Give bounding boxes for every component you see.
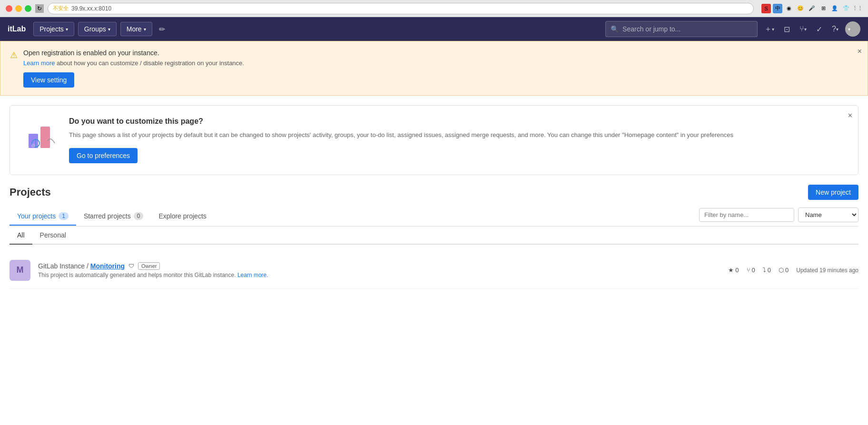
stat-merge-requests: ⤵ 0 — [763, 267, 771, 274]
help-chevron: ▾ — [836, 27, 838, 32]
alert-desc: Learn more about how you can customize /… — [23, 59, 858, 67]
view-setting-btn[interactable]: View setting — [23, 72, 74, 88]
top-nav: itLab Projects ▾ Groups ▾ More ▾ ✏ 🔍 Sea… — [0, 17, 868, 41]
owner-badge: Owner — [138, 262, 160, 270]
ext-icon-9[interactable]: ⋮⋮ — [853, 4, 862, 13]
project-namespace: GitLab Instance / — [38, 262, 89, 270]
issues-icon: ⬡ — [779, 267, 784, 274]
stat-issues: ⬡ 0 — [779, 267, 789, 274]
sub-tab-all[interactable]: All — [10, 227, 32, 245]
project-desc: This project is automatically generated … — [38, 272, 720, 278]
alert-title: Open registration is enabled on your ins… — [23, 49, 858, 57]
close-window-btn[interactable] — [6, 5, 12, 12]
tab-right-controls: Name Last created Oldest created Last up… — [699, 208, 858, 226]
sub-tabs: All Personal — [10, 227, 858, 245]
customize-title: Do you want to customize this page? — [69, 117, 847, 126]
ext-icon-5[interactable]: 🎤 — [807, 4, 817, 13]
projects-chevron: ▾ — [66, 27, 68, 32]
groups-chevron: ▾ — [108, 27, 110, 32]
sort-select[interactable]: Name Last created Oldest created Last up… — [798, 208, 858, 222]
customize-card: Do you want to customize this page? This… — [10, 105, 858, 175]
groups-label: Groups — [84, 25, 106, 33]
search-placeholder-text: Search or jump to... — [622, 25, 681, 33]
projects-label: Projects — [39, 25, 64, 33]
project-avatar: M — [10, 260, 30, 281]
new-project-btn[interactable]: New project — [808, 185, 858, 200]
browser-chrome: ↻ 不安全 39.9x.xx.x:8010 S 中 ◉ 😊 🎤 ⊞ 👤 👕 ⋮⋮ — [0, 0, 868, 17]
mr-count: 0 — [768, 267, 771, 274]
customize-content: Do you want to customize this page? This… — [69, 117, 847, 163]
star-count: 0 — [735, 267, 739, 274]
filter-by-name-input[interactable] — [699, 208, 794, 222]
address-bar[interactable]: 不安全 39.9x.xx.x:8010 — [48, 3, 754, 14]
minimize-window-btn[interactable] — [15, 5, 22, 12]
your-projects-label: Your projects — [17, 212, 56, 220]
ext-icon-8[interactable]: 👕 — [841, 4, 851, 13]
stat-forks: ⑂ 0 — [747, 267, 755, 274]
alert-close-btn[interactable]: × — [858, 47, 862, 56]
maximize-window-btn[interactable] — [25, 5, 31, 12]
ext-icon-6[interactable]: ⊞ — [819, 4, 828, 13]
todo-icon-btn[interactable]: ✓ — [813, 22, 825, 37]
learn-more-link[interactable]: Learn more — [23, 59, 55, 67]
sub-tab-personal[interactable]: Personal — [32, 227, 74, 245]
gitlab-app: itLab Projects ▾ Groups ▾ More ▾ ✏ 🔍 Sea… — [0, 17, 868, 425]
search-icon: 🔍 — [611, 25, 619, 33]
project-updated: Updated 19 minutes ago — [796, 267, 858, 274]
project-name-row: GitLab Instance / Monitoring 🛡 Owner — [38, 262, 720, 270]
more-menu-btn[interactable]: More ▾ — [120, 22, 152, 36]
projects-header: Projects New project — [10, 185, 858, 200]
address-text: 39.9x.xx.x:8010 — [71, 5, 111, 12]
project-name: GitLab Instance / Monitoring — [38, 262, 125, 270]
add-dropdown-btn[interactable]: ＋ ▾ — [761, 21, 777, 37]
customize-card-close-btn[interactable]: × — [848, 111, 852, 120]
groups-menu-btn[interactable]: Groups ▾ — [78, 22, 117, 36]
project-desc-text: This project is automatically generated … — [38, 272, 236, 278]
main-content: ⚠ Open registration is enabled on your i… — [0, 41, 868, 298]
mr-chevron: ▾ — [804, 27, 807, 32]
project-stats: ★ 0 ⑂ 0 ⤵ 0 ⬡ 0 — [728, 267, 789, 274]
mr-icon: ⤵ — [763, 267, 766, 274]
add-chevron: ▾ — [772, 27, 774, 32]
project-desc-link[interactable]: Learn more. — [237, 272, 268, 278]
ext-icon-2[interactable]: 中 — [773, 4, 782, 13]
tab-starred-projects[interactable]: Starred projects 0 — [76, 208, 151, 226]
ext-icon-4[interactable]: 😊 — [796, 4, 805, 13]
fork-count: 0 — [752, 267, 755, 274]
alert-desc-suffix: about how you can customize / disable re… — [57, 59, 244, 67]
go-to-preferences-btn[interactable]: Go to preferences — [69, 148, 138, 163]
alert-content: Open registration is enabled on your ins… — [23, 49, 858, 88]
ext-icon-7[interactable]: 👤 — [830, 4, 839, 13]
customize-desc: This page shows a list of your projects … — [69, 130, 847, 140]
brand-logo[interactable]: itLab — [8, 25, 26, 33]
merge-requests-btn[interactable]: ⑂ ▾ — [797, 22, 809, 36]
projects-menu-btn[interactable]: Projects ▾ — [33, 22, 74, 36]
projects-title: Projects — [10, 186, 51, 198]
project-repo-link[interactable]: Monitoring — [90, 262, 125, 270]
panel-icon-btn[interactable]: ⊡ — [781, 22, 793, 37]
svg-point-4 — [31, 144, 35, 148]
ext-icon-3[interactable]: ◉ — [784, 4, 794, 13]
shield-icon: 🛡 — [128, 263, 134, 269]
star-icon: ★ — [728, 267, 734, 274]
explore-projects-label: Explore projects — [158, 212, 206, 220]
starred-projects-count: 0 — [134, 212, 144, 220]
help-btn[interactable]: ? ▾ — [829, 22, 841, 36]
search-bar[interactable]: 🔍 Search or jump to... — [605, 21, 758, 37]
project-tabs: Your projects 1 Starred projects 0 Explo… — [10, 208, 858, 227]
pen-icon-btn[interactable]: ✏ — [156, 22, 168, 37]
plus-icon: ＋ — [764, 24, 772, 34]
fork-icon: ⑂ — [747, 267, 750, 274]
more-chevron: ▾ — [144, 27, 146, 32]
user-avatar-btn[interactable]: ▾ — [845, 21, 860, 37]
tab-your-projects[interactable]: Your projects 1 — [10, 208, 76, 226]
tab-explore-projects[interactable]: Explore projects — [151, 208, 214, 226]
alert-banner: ⚠ Open registration is enabled on your i… — [0, 41, 868, 96]
reload-button[interactable]: ↻ — [35, 4, 44, 13]
browser-controls — [6, 5, 31, 12]
user-chevron: ▾ — [848, 27, 850, 32]
svg-rect-1 — [40, 127, 50, 148]
issues-count: 0 — [785, 267, 789, 274]
ext-icon-1[interactable]: S — [761, 4, 771, 13]
starred-projects-label: Starred projects — [84, 212, 131, 220]
